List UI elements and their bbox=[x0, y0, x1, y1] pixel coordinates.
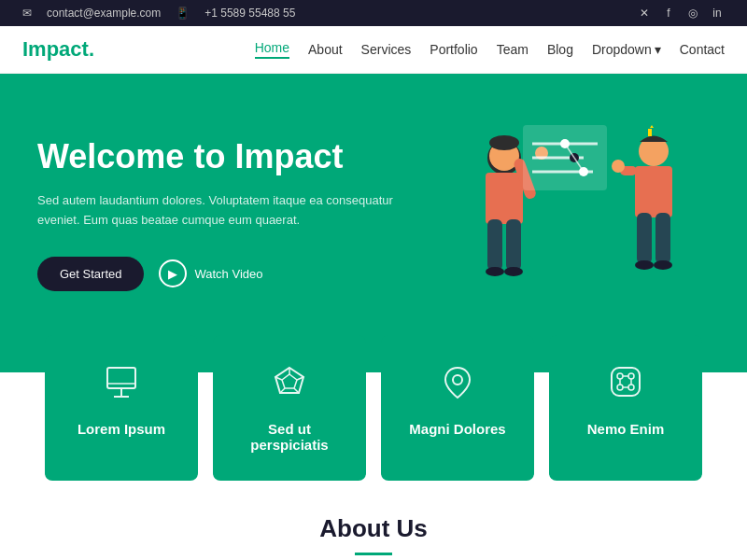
card-2-icon bbox=[271, 363, 308, 408]
hero-title: Welcome to Impact bbox=[37, 136, 411, 176]
svg-point-2 bbox=[489, 135, 519, 150]
card-1-label: Lorem Ipsum bbox=[78, 421, 165, 437]
phone-icon: 📱 bbox=[176, 7, 190, 20]
svg-point-45 bbox=[628, 385, 634, 390]
about-underline bbox=[355, 553, 392, 555]
card-3: Magni Dolores bbox=[381, 335, 534, 481]
svg-point-26 bbox=[635, 260, 654, 270]
hero-section: Welcome to Impact Sed autem laudantium d… bbox=[0, 74, 747, 372]
card-3-label: Magni Dolores bbox=[409, 421, 505, 437]
nav-team[interactable]: Team bbox=[497, 42, 529, 57]
topbar-email: contact@example.com bbox=[47, 7, 161, 20]
instagram-icon[interactable]: ◎ bbox=[685, 6, 700, 21]
logo-dot: . bbox=[89, 37, 94, 61]
watch-video-button[interactable]: ▶ Watch Video bbox=[159, 259, 262, 287]
nav-blog[interactable]: Blog bbox=[547, 42, 573, 57]
svg-point-44 bbox=[617, 385, 623, 390]
svg-rect-24 bbox=[637, 213, 652, 264]
svg-marker-34 bbox=[282, 374, 297, 388]
svg-rect-20 bbox=[648, 129, 652, 136]
hero-content: Welcome to Impact Sed autem laudantium d… bbox=[37, 136, 411, 291]
nav-home[interactable]: Home bbox=[255, 40, 289, 59]
topbar-right: ✕ f ◎ in bbox=[637, 6, 725, 21]
nav-dropdown[interactable]: Dropdown ▾ bbox=[592, 42, 661, 57]
svg-rect-3 bbox=[486, 173, 523, 224]
svg-point-18 bbox=[579, 167, 588, 176]
svg-rect-41 bbox=[612, 368, 640, 396]
topbar-left: ✉ contact@example.com 📱 +1 5589 55488 55 bbox=[22, 7, 295, 20]
card-3-icon bbox=[439, 363, 476, 408]
nav-contact[interactable]: Contact bbox=[680, 42, 725, 57]
about-section: About Us Necessitatibus eius consequatur… bbox=[0, 481, 747, 560]
watch-video-label: Watch Video bbox=[194, 267, 262, 281]
card-2: Sed ut perspiciatis bbox=[213, 335, 366, 481]
card-2-label: Sed ut perspiciatis bbox=[232, 421, 347, 453]
svg-rect-22 bbox=[635, 166, 672, 217]
svg-rect-5 bbox=[487, 219, 502, 271]
svg-point-7 bbox=[486, 267, 504, 276]
svg-point-43 bbox=[628, 373, 634, 379]
email-icon: ✉ bbox=[22, 7, 32, 20]
nav-portfolio[interactable]: Portfolio bbox=[430, 42, 477, 57]
hero-subtitle: Sed autem laudantium dolores. Voluptatem… bbox=[37, 191, 411, 231]
card-4-label: Nemo Enim bbox=[587, 421, 665, 437]
nav-about[interactable]: About bbox=[308, 42, 343, 57]
chevron-down-icon: ▾ bbox=[655, 42, 661, 57]
site-logo[interactable]: Impact. bbox=[22, 37, 94, 62]
linkedin-icon[interactable]: in bbox=[710, 6, 725, 21]
hero-buttons: Get Started ▶ Watch Video bbox=[37, 257, 411, 291]
cards-section: Lorem Ipsum Sed ut perspiciatis Magni Do… bbox=[0, 335, 747, 481]
x-social-icon[interactable]: ✕ bbox=[637, 6, 652, 21]
hero-illustration bbox=[430, 111, 710, 316]
facebook-icon[interactable]: f bbox=[661, 6, 676, 21]
card-1-icon bbox=[103, 363, 140, 408]
svg-point-27 bbox=[654, 260, 672, 270]
get-started-button[interactable]: Get Started bbox=[37, 257, 144, 291]
topbar: ✉ contact@example.com 📱 +1 5589 55488 55… bbox=[0, 0, 747, 26]
svg-rect-6 bbox=[506, 219, 521, 271]
svg-rect-25 bbox=[655, 213, 670, 264]
svg-point-40 bbox=[453, 375, 462, 385]
about-title: About Us bbox=[37, 514, 710, 543]
nav-dropdown-label: Dropdown bbox=[592, 42, 652, 57]
nav-links: Home About Services Portfolio Team Blog … bbox=[255, 40, 725, 59]
topbar-phone: +1 5589 55488 55 bbox=[204, 7, 295, 20]
svg-point-42 bbox=[617, 373, 623, 379]
svg-rect-29 bbox=[107, 368, 135, 388]
logo-text: Impact bbox=[22, 37, 89, 61]
play-icon: ▶ bbox=[159, 259, 187, 287]
card-4-icon bbox=[607, 363, 644, 408]
svg-marker-21 bbox=[650, 125, 654, 128]
nav-services[interactable]: Services bbox=[361, 42, 412, 57]
svg-point-28 bbox=[612, 160, 625, 173]
card-4: Nemo Enim bbox=[549, 335, 702, 481]
navbar: Impact. Home About Services Portfolio Te… bbox=[0, 26, 747, 74]
svg-point-8 bbox=[504, 267, 523, 276]
card-1: Lorem Ipsum bbox=[45, 335, 198, 481]
